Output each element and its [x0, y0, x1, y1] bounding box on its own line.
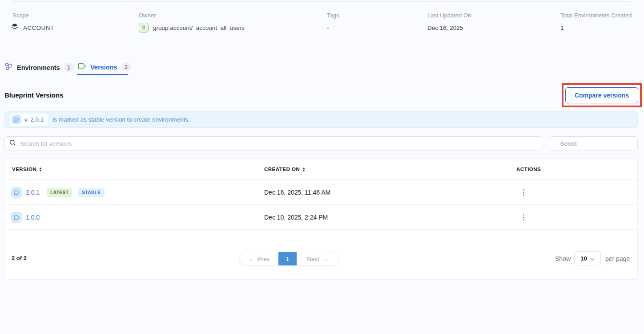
table-row: 2.0.1 LATEST STABLE Dec 16, 2025, 11:46 … — [5, 180, 637, 205]
sort-icon[interactable] — [302, 167, 305, 171]
created-on-value: Dec 16, 2025, 11:46 AM — [264, 189, 330, 196]
active-tab-underline — [77, 74, 128, 75]
tab-versions-count: 2 — [121, 62, 131, 72]
tag-icon — [11, 212, 22, 223]
column-header-actions-label: ACTIONS — [516, 167, 541, 172]
arrow-left-icon: ← — [249, 256, 255, 262]
sort-icon[interactable] — [39, 167, 42, 171]
prev-page-button[interactable]: ← Prev — [240, 252, 278, 265]
column-header-version-label: VERSION — [12, 167, 36, 172]
last-updated-label: Last Updated On — [427, 12, 471, 19]
user-badge-icon — [139, 23, 149, 33]
tags-value-text: - — [327, 24, 329, 31]
column-header-created-on-label: CREATED ON — [264, 167, 300, 172]
created-on-cell: Dec 16, 2025, 11:46 AM — [264, 180, 330, 205]
page-size-select[interactable]: 10 — [574, 251, 601, 265]
total-environments-value-text: 1 — [560, 24, 564, 31]
last-updated-value: Dec 16, 2025 — [427, 22, 463, 33]
tab-versions[interactable]: Versions 2 — [78, 62, 131, 72]
next-page-button[interactable]: Next → — [297, 252, 338, 265]
kebab-menu-icon[interactable] — [518, 212, 529, 223]
column-header-created-on[interactable]: CREATED ON — [264, 159, 305, 180]
total-environments-value: 1 — [560, 22, 564, 33]
stable-badge: STABLE — [78, 188, 104, 197]
tab-environments[interactable]: Environments 1 — [4, 62, 74, 73]
owner-value-text: group:account/_account_all_users — [153, 24, 245, 31]
column-header-actions: ACTIONS — [516, 159, 541, 180]
filter-select-placeholder: - Select - — [556, 140, 580, 147]
next-label: Next — [307, 256, 319, 262]
top-divider — [12, 1, 632, 2]
show-label: Show — [555, 255, 571, 262]
created-on-cell: Dec 10, 2025, 2:24 PM — [264, 205, 328, 230]
page-size-value: 10 — [580, 255, 587, 262]
search-input[interactable] — [20, 140, 537, 147]
current-page-button[interactable]: 1 — [278, 252, 297, 265]
actions-cell — [518, 180, 529, 205]
layers-icon — [11, 23, 19, 33]
tab-environments-label: Environments — [17, 64, 60, 71]
kebab-menu-icon[interactable] — [518, 187, 529, 198]
table-row: 1.0.0 Dec 10, 2025, 2:24 PM — [5, 205, 637, 230]
chevron-down-icon — [590, 254, 595, 262]
stable-version-chip[interactable]: v. 2.0.1 — [10, 114, 48, 126]
pagination-control: ← Prev 1 Next → — [239, 252, 339, 266]
created-on-value: Dec 10, 2025, 2:24 PM — [264, 214, 328, 221]
version-link[interactable]: 2.0.1 — [26, 189, 40, 196]
search-icon — [9, 139, 16, 148]
arrow-right-icon: → — [322, 256, 328, 262]
tab-environments-count: 1 — [64, 63, 74, 72]
annotation-highlight-box: Compare versions — [562, 83, 642, 107]
tag-icon — [12, 115, 21, 124]
owner-value: group:account/_account_all_users — [139, 22, 245, 33]
page-title: Blueprint Versions — [4, 91, 64, 99]
search-versions-box — [4, 136, 542, 151]
tag-icon — [78, 63, 86, 71]
last-updated-value-text: Dec 16, 2025 — [427, 24, 463, 31]
cluster-icon — [4, 62, 13, 73]
tags-value: - — [327, 22, 329, 33]
compare-versions-button[interactable]: Compare versions — [565, 87, 638, 103]
pagination-summary: 2 of 2 — [12, 255, 27, 261]
tab-versions-label: Versions — [90, 64, 117, 71]
stable-version-number: v. 2.0.1 — [24, 116, 44, 123]
stable-version-message: is marked as stable version to create en… — [52, 116, 189, 123]
scope-value-text: ACCOUNT — [23, 24, 54, 31]
version-cell: 2.0.1 LATEST STABLE — [11, 180, 105, 205]
scope-value: ACCOUNT — [11, 22, 54, 33]
per-page-label: per page — [605, 255, 630, 262]
tags-label: Tags — [327, 12, 339, 19]
versions-table-card: VERSION CREATED ON ACTIONS 2.0.1 LATEST … — [4, 158, 638, 280]
filter-select[interactable]: - Select - — [550, 136, 638, 151]
version-link[interactable]: 1.0.0 — [26, 214, 40, 221]
scope-label: Scope — [12, 12, 29, 19]
column-header-version[interactable]: VERSION — [12, 159, 42, 180]
actions-cell — [518, 205, 529, 230]
total-environments-label: Total Environments Created — [560, 12, 632, 19]
tag-icon — [11, 187, 22, 198]
stable-version-banner: v. 2.0.1 is marked as stable version to … — [4, 111, 638, 128]
table-header-row: VERSION CREATED ON ACTIONS — [5, 159, 637, 180]
version-cell: 1.0.0 — [11, 205, 40, 230]
owner-label: Owner — [139, 12, 156, 19]
prev-label: Prev — [257, 256, 270, 262]
latest-badge: LATEST — [47, 188, 72, 197]
